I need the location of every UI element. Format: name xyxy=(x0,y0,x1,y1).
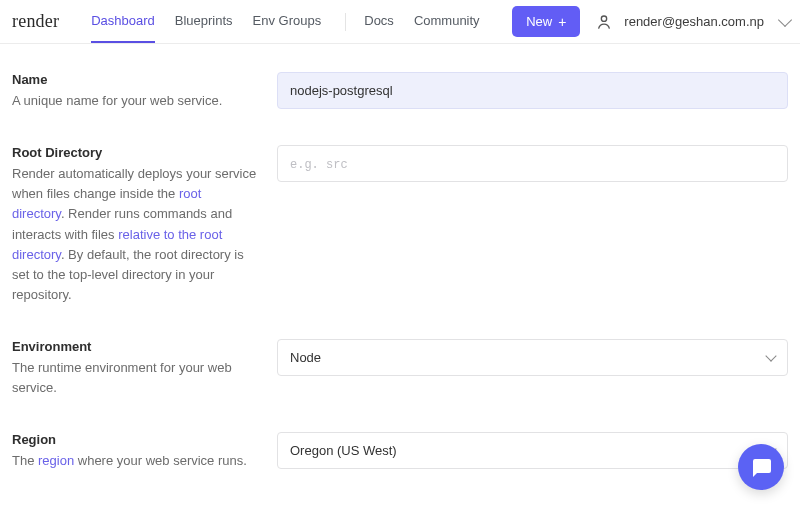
name-label: Name xyxy=(12,72,257,87)
root-dir-desc: Render automatically deploys your servic… xyxy=(12,164,257,305)
environment-label: Environment xyxy=(12,339,257,354)
field-environment: Environment The runtime environment for … xyxy=(12,339,788,398)
top-header: render Dashboard Blueprints Env Groups D… xyxy=(0,0,800,44)
nav-blueprints[interactable]: Blueprints xyxy=(175,0,233,43)
chevron-down-icon xyxy=(765,350,776,361)
region-value: Oregon (US West) xyxy=(290,443,397,458)
nav-community[interactable]: Community xyxy=(414,0,480,43)
environment-desc: The runtime environment for your web ser… xyxy=(12,358,257,398)
region-label: Region xyxy=(12,432,257,447)
nav-divider xyxy=(345,13,346,31)
nav-docs[interactable]: Docs xyxy=(364,0,394,43)
chevron-down-icon xyxy=(778,12,792,26)
user-menu[interactable]: render@geshan.com.np xyxy=(594,12,790,32)
user-email: render@geshan.com.np xyxy=(624,14,764,29)
new-button[interactable]: New + xyxy=(512,6,580,37)
chat-icon xyxy=(749,455,773,479)
field-region: Region The region where your web service… xyxy=(12,432,788,471)
primary-nav: Dashboard Blueprints Env Groups Docs Com… xyxy=(91,0,499,43)
name-input[interactable] xyxy=(277,72,788,109)
region-link[interactable]: region xyxy=(38,453,74,468)
new-button-label: New xyxy=(526,14,552,29)
svg-point-0 xyxy=(602,16,607,21)
field-root-directory: Root Directory Render automatically depl… xyxy=(12,145,788,305)
plus-icon: + xyxy=(558,15,566,29)
environment-value: Node xyxy=(290,350,321,365)
root-dir-input[interactable] xyxy=(277,145,788,182)
header-right: New + render@geshan.com.np xyxy=(512,6,790,37)
field-name: Name A unique name for your web service. xyxy=(12,72,788,111)
root-dir-label: Root Directory xyxy=(12,145,257,160)
logo[interactable]: render xyxy=(12,11,59,32)
region-select[interactable]: Oregon (US West) xyxy=(277,432,788,469)
name-desc: A unique name for your web service. xyxy=(12,91,257,111)
user-icon xyxy=(594,12,614,32)
form-content: Name A unique name for your web service.… xyxy=(0,44,800,506)
environment-select[interactable]: Node xyxy=(277,339,788,376)
region-desc: The region where your web service runs. xyxy=(12,451,257,471)
intercom-chat-button[interactable] xyxy=(738,444,784,490)
nav-env-groups[interactable]: Env Groups xyxy=(253,0,322,43)
nav-dashboard[interactable]: Dashboard xyxy=(91,0,155,43)
